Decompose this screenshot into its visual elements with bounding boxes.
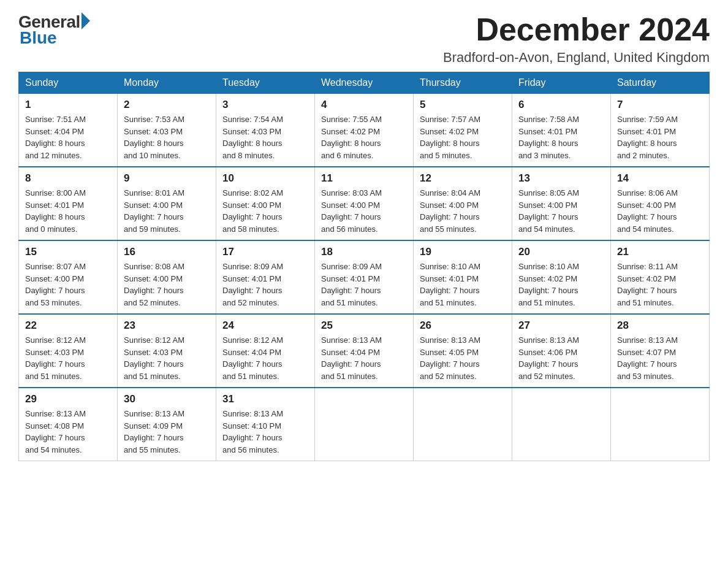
day-number: 29 bbox=[25, 393, 111, 405]
calendar-cell: 14Sunrise: 8:06 AMSunset: 4:00 PMDayligh… bbox=[611, 167, 710, 240]
weekday-header-wednesday: Wednesday bbox=[315, 72, 414, 94]
calendar-cell: 16Sunrise: 8:08 AMSunset: 4:00 PMDayligh… bbox=[118, 240, 216, 314]
day-number: 5 bbox=[420, 99, 506, 111]
calendar-cell: 28Sunrise: 8:13 AMSunset: 4:07 PMDayligh… bbox=[611, 314, 710, 388]
calendar-cell: 11Sunrise: 8:03 AMSunset: 4:00 PMDayligh… bbox=[315, 167, 414, 240]
day-info: Sunrise: 7:51 AMSunset: 4:04 PMDaylight:… bbox=[25, 113, 111, 161]
calendar-cell: 18Sunrise: 8:09 AMSunset: 4:01 PMDayligh… bbox=[315, 240, 414, 314]
title-block: December 2024 Bradford-on-Avon, England,… bbox=[443, 12, 710, 66]
day-info: Sunrise: 8:10 AMSunset: 4:02 PMDaylight:… bbox=[518, 261, 604, 308]
day-number: 28 bbox=[617, 320, 703, 332]
calendar-cell: 5Sunrise: 7:57 AMSunset: 4:02 PMDaylight… bbox=[414, 94, 512, 167]
day-info: Sunrise: 8:12 AMSunset: 4:03 PMDaylight:… bbox=[25, 334, 111, 382]
month-title: December 2024 bbox=[443, 12, 710, 47]
calendar-week-row: 1Sunrise: 7:51 AMSunset: 4:04 PMDaylight… bbox=[19, 94, 710, 167]
calendar-cell: 1Sunrise: 7:51 AMSunset: 4:04 PMDaylight… bbox=[19, 94, 118, 167]
calendar-header-row: SundayMondayTuesdayWednesdayThursdayFrid… bbox=[19, 72, 710, 94]
day-info: Sunrise: 8:13 AMSunset: 4:04 PMDaylight:… bbox=[321, 334, 407, 382]
day-info: Sunrise: 7:59 AMSunset: 4:01 PMDaylight:… bbox=[617, 113, 703, 161]
calendar-cell: 31Sunrise: 8:13 AMSunset: 4:10 PMDayligh… bbox=[216, 388, 315, 461]
day-info: Sunrise: 8:13 AMSunset: 4:07 PMDaylight:… bbox=[617, 334, 703, 382]
day-info: Sunrise: 8:13 AMSunset: 4:10 PMDaylight:… bbox=[222, 408, 308, 456]
calendar-cell: 30Sunrise: 8:13 AMSunset: 4:09 PMDayligh… bbox=[118, 388, 216, 461]
day-number: 22 bbox=[25, 320, 111, 332]
calendar-table: SundayMondayTuesdayWednesdayThursdayFrid… bbox=[18, 72, 710, 461]
calendar-cell: 13Sunrise: 8:05 AMSunset: 4:00 PMDayligh… bbox=[512, 167, 611, 240]
day-number: 25 bbox=[321, 320, 407, 332]
calendar-cell: 17Sunrise: 8:09 AMSunset: 4:01 PMDayligh… bbox=[216, 240, 315, 314]
day-number: 11 bbox=[321, 172, 407, 185]
day-info: Sunrise: 7:58 AMSunset: 4:01 PMDaylight:… bbox=[518, 113, 604, 161]
weekday-header-tuesday: Tuesday bbox=[216, 72, 315, 94]
day-number: 6 bbox=[518, 99, 604, 111]
calendar-cell: 21Sunrise: 8:11 AMSunset: 4:02 PMDayligh… bbox=[611, 240, 710, 314]
calendar-week-row: 29Sunrise: 8:13 AMSunset: 4:08 PMDayligh… bbox=[19, 388, 710, 461]
calendar-cell: 7Sunrise: 7:59 AMSunset: 4:01 PMDaylight… bbox=[611, 94, 710, 167]
logo-arrow-icon bbox=[82, 12, 90, 29]
calendar-cell: 9Sunrise: 8:01 AMSunset: 4:00 PMDaylight… bbox=[118, 167, 216, 240]
day-number: 7 bbox=[617, 99, 703, 111]
day-info: Sunrise: 8:01 AMSunset: 4:00 PMDaylight:… bbox=[124, 187, 210, 235]
calendar-week-row: 22Sunrise: 8:12 AMSunset: 4:03 PMDayligh… bbox=[19, 314, 710, 388]
day-number: 1 bbox=[25, 99, 111, 111]
day-number: 18 bbox=[321, 246, 407, 258]
day-info: Sunrise: 8:10 AMSunset: 4:01 PMDaylight:… bbox=[420, 261, 506, 308]
calendar-cell: 4Sunrise: 7:55 AMSunset: 4:02 PMDaylight… bbox=[315, 94, 414, 167]
calendar-cell: 6Sunrise: 7:58 AMSunset: 4:01 PMDaylight… bbox=[512, 94, 611, 167]
day-info: Sunrise: 7:53 AMSunset: 4:03 PMDaylight:… bbox=[124, 113, 210, 161]
weekday-header-saturday: Saturday bbox=[611, 72, 710, 94]
calendar-cell bbox=[512, 388, 611, 461]
page-header: General Blue December 2024 Bradford-on-A… bbox=[18, 12, 710, 66]
day-number: 21 bbox=[617, 246, 703, 258]
day-number: 10 bbox=[222, 172, 308, 185]
day-number: 8 bbox=[25, 172, 111, 185]
day-info: Sunrise: 8:13 AMSunset: 4:08 PMDaylight:… bbox=[25, 408, 111, 456]
calendar-cell: 29Sunrise: 8:13 AMSunset: 4:08 PMDayligh… bbox=[19, 388, 118, 461]
day-info: Sunrise: 8:09 AMSunset: 4:01 PMDaylight:… bbox=[321, 261, 407, 308]
day-number: 31 bbox=[222, 393, 308, 405]
day-info: Sunrise: 8:12 AMSunset: 4:03 PMDaylight:… bbox=[124, 334, 210, 382]
day-info: Sunrise: 8:13 AMSunset: 4:05 PMDaylight:… bbox=[420, 334, 506, 382]
day-number: 26 bbox=[420, 320, 506, 332]
weekday-header-sunday: Sunday bbox=[19, 72, 118, 94]
day-info: Sunrise: 7:54 AMSunset: 4:03 PMDaylight:… bbox=[222, 113, 308, 161]
calendar-cell: 26Sunrise: 8:13 AMSunset: 4:05 PMDayligh… bbox=[414, 314, 512, 388]
day-number: 3 bbox=[222, 99, 308, 111]
logo-blue-text: Blue bbox=[20, 28, 57, 48]
calendar-cell: 23Sunrise: 8:12 AMSunset: 4:03 PMDayligh… bbox=[118, 314, 216, 388]
day-number: 15 bbox=[25, 246, 111, 258]
day-number: 23 bbox=[124, 320, 210, 332]
logo: General Blue bbox=[18, 12, 90, 48]
calendar-cell: 15Sunrise: 8:07 AMSunset: 4:00 PMDayligh… bbox=[19, 240, 118, 314]
day-number: 17 bbox=[222, 246, 308, 258]
calendar-cell: 3Sunrise: 7:54 AMSunset: 4:03 PMDaylight… bbox=[216, 94, 315, 167]
calendar-week-row: 8Sunrise: 8:00 AMSunset: 4:01 PMDaylight… bbox=[19, 167, 710, 240]
calendar-cell: 22Sunrise: 8:12 AMSunset: 4:03 PMDayligh… bbox=[19, 314, 118, 388]
day-info: Sunrise: 7:57 AMSunset: 4:02 PMDaylight:… bbox=[420, 113, 506, 161]
calendar-cell: 20Sunrise: 8:10 AMSunset: 4:02 PMDayligh… bbox=[512, 240, 611, 314]
calendar-cell: 27Sunrise: 8:13 AMSunset: 4:06 PMDayligh… bbox=[512, 314, 611, 388]
day-info: Sunrise: 8:13 AMSunset: 4:09 PMDaylight:… bbox=[124, 408, 210, 456]
day-info: Sunrise: 8:09 AMSunset: 4:01 PMDaylight:… bbox=[222, 261, 308, 308]
calendar-cell bbox=[414, 388, 512, 461]
day-info: Sunrise: 8:11 AMSunset: 4:02 PMDaylight:… bbox=[617, 261, 703, 308]
calendar-cell: 25Sunrise: 8:13 AMSunset: 4:04 PMDayligh… bbox=[315, 314, 414, 388]
calendar-cell: 24Sunrise: 8:12 AMSunset: 4:04 PMDayligh… bbox=[216, 314, 315, 388]
weekday-header-monday: Monday bbox=[118, 72, 216, 94]
day-info: Sunrise: 8:05 AMSunset: 4:00 PMDaylight:… bbox=[518, 187, 604, 235]
day-number: 27 bbox=[518, 320, 604, 332]
day-number: 13 bbox=[518, 172, 604, 185]
day-info: Sunrise: 8:12 AMSunset: 4:04 PMDaylight:… bbox=[222, 334, 308, 382]
day-info: Sunrise: 8:03 AMSunset: 4:00 PMDaylight:… bbox=[321, 187, 407, 235]
day-number: 24 bbox=[222, 320, 308, 332]
day-number: 19 bbox=[420, 246, 506, 258]
day-number: 30 bbox=[124, 393, 210, 405]
day-number: 9 bbox=[124, 172, 210, 185]
day-info: Sunrise: 8:00 AMSunset: 4:01 PMDaylight:… bbox=[25, 187, 111, 235]
calendar-cell: 19Sunrise: 8:10 AMSunset: 4:01 PMDayligh… bbox=[414, 240, 512, 314]
day-info: Sunrise: 8:13 AMSunset: 4:06 PMDaylight:… bbox=[518, 334, 604, 382]
day-number: 4 bbox=[321, 99, 407, 111]
calendar-cell bbox=[611, 388, 710, 461]
day-info: Sunrise: 8:06 AMSunset: 4:00 PMDaylight:… bbox=[617, 187, 703, 235]
day-info: Sunrise: 8:07 AMSunset: 4:00 PMDaylight:… bbox=[25, 261, 111, 308]
